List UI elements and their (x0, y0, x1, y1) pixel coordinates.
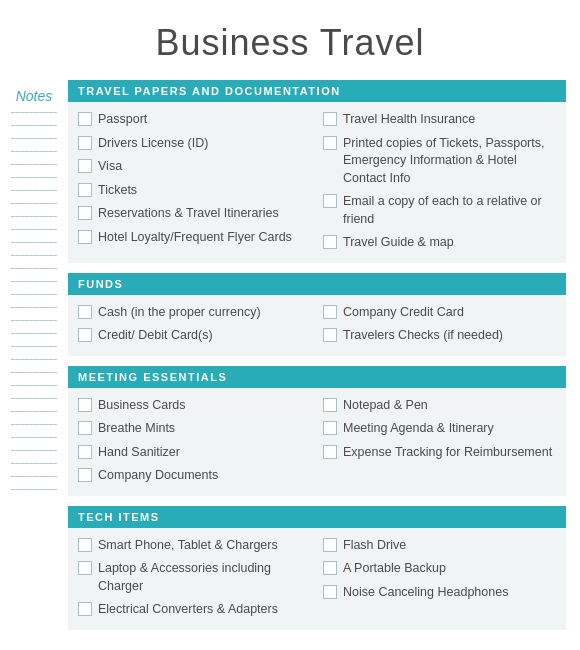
notes-line (11, 424, 57, 425)
item-text: Company Documents (98, 467, 218, 485)
checkbox[interactable] (323, 194, 337, 208)
item-text: Tickets (98, 182, 137, 200)
left-col-tech-items: Smart Phone, Tablet & ChargersLaptop & A… (74, 534, 315, 622)
checkbox[interactable] (323, 112, 337, 126)
checklist-item: Visa (74, 155, 315, 179)
item-text: Smart Phone, Tablet & Chargers (98, 537, 278, 555)
checkbox[interactable] (323, 561, 337, 575)
notes-line (11, 385, 57, 386)
item-text: Travel Guide & map (343, 234, 454, 252)
left-col-meeting-essentials: Business CardsBreathe MintsHand Sanitize… (74, 394, 315, 488)
item-text: Noise Canceling Headphones (343, 584, 508, 602)
notes-label: Notes (16, 88, 53, 104)
section-header-travel-papers: TRAVEL PAPERS AND DOCUMENTATION (68, 80, 566, 102)
checkbox[interactable] (78, 538, 92, 552)
checklist-item: Noise Canceling Headphones (319, 581, 560, 605)
notes-line (11, 229, 57, 230)
checklist-item: Passport (74, 108, 315, 132)
notes-lines (11, 112, 57, 490)
notes-line (11, 398, 57, 399)
checklist-item: Travelers Checks (if needed) (319, 324, 560, 348)
checklist-item: Breathe Mints (74, 417, 315, 441)
item-text: Laptop & Accessories including Charger (98, 560, 311, 595)
checkbox[interactable] (323, 445, 337, 459)
checkbox[interactable] (78, 112, 92, 126)
section-header-meeting-essentials: MEETING ESSENTIALS (68, 366, 566, 388)
checkbox[interactable] (78, 230, 92, 244)
checkbox[interactable] (78, 398, 92, 412)
checkbox[interactable] (323, 328, 337, 342)
item-text: Business Cards (98, 397, 186, 415)
checkbox[interactable] (78, 206, 92, 220)
item-text: Reservations & Travel Itineraries (98, 205, 279, 223)
right-col-tech-items: Flash DriveA Portable BackupNoise Cancel… (319, 534, 560, 622)
notes-line (11, 138, 57, 139)
checkbox[interactable] (323, 585, 337, 599)
checklist-item: A Portable Backup (319, 557, 560, 581)
checkbox[interactable] (78, 305, 92, 319)
checkbox[interactable] (78, 136, 92, 150)
section-meeting-essentials: MEETING ESSENTIALSBusiness CardsBreathe … (68, 366, 566, 496)
right-col-meeting-essentials: Notepad & PenMeeting Agenda & ItineraryE… (319, 394, 560, 488)
checkbox[interactable] (323, 538, 337, 552)
notes-line (11, 164, 57, 165)
checklist-item: Travel Guide & map (319, 231, 560, 255)
item-text: Hand Sanitizer (98, 444, 180, 462)
checklist-item: Tickets (74, 179, 315, 203)
notes-line (11, 411, 57, 412)
notes-line (11, 320, 57, 321)
item-text: Hotel Loyalty/Frequent Flyer Cards (98, 229, 292, 247)
checkbox[interactable] (78, 183, 92, 197)
checklist-item: Business Cards (74, 394, 315, 418)
checkbox[interactable] (323, 305, 337, 319)
notes-line (11, 190, 57, 191)
item-text: Electrical Converters & Adapters (98, 601, 278, 619)
checkbox[interactable] (78, 445, 92, 459)
item-text: Meeting Agenda & Itinerary (343, 420, 494, 438)
notes-line (11, 437, 57, 438)
section-travel-papers: TRAVEL PAPERS AND DOCUMENTATIONPassportD… (68, 80, 566, 263)
checkbox[interactable] (323, 398, 337, 412)
left-col-travel-papers: PassportDrivers License (ID)VisaTicketsR… (74, 108, 315, 255)
checkbox[interactable] (323, 235, 337, 249)
item-text: Company Credit Card (343, 304, 464, 322)
checkbox[interactable] (323, 421, 337, 435)
notes-line (11, 216, 57, 217)
checklist-item: Meeting Agenda & Itinerary (319, 417, 560, 441)
checklist-area: TRAVEL PAPERS AND DOCUMENTATIONPassportD… (68, 80, 580, 640)
checkbox[interactable] (78, 468, 92, 482)
item-text: Cash (in the proper currency) (98, 304, 261, 322)
checklist-item: Cash (in the proper currency) (74, 301, 315, 325)
checklist-item: Company Credit Card (319, 301, 560, 325)
notes-line (11, 476, 57, 477)
checklist-item: Email a copy of each to a relative or fr… (319, 190, 560, 231)
checklist-item: Reservations & Travel Itineraries (74, 202, 315, 226)
item-text: Credit/ Debit Card(s) (98, 327, 213, 345)
right-col-travel-papers: Travel Health InsurancePrinted copies of… (319, 108, 560, 255)
checklist-item: Drivers License (ID) (74, 132, 315, 156)
section-header-funds: FUNDS (68, 273, 566, 295)
checklist-item: Smart Phone, Tablet & Chargers (74, 534, 315, 558)
checkbox[interactable] (78, 159, 92, 173)
checklist-item: Printed copies of Tickets, Passports, Em… (319, 132, 560, 191)
section-header-tech-items: TECH ITEMS (68, 506, 566, 528)
notes-line (11, 177, 57, 178)
checkbox[interactable] (78, 421, 92, 435)
item-text: Travelers Checks (if needed) (343, 327, 503, 345)
item-text: Flash Drive (343, 537, 406, 555)
checkbox[interactable] (78, 561, 92, 575)
section-funds: FUNDSCash (in the proper currency)Credit… (68, 273, 566, 356)
checklist-item: Electrical Converters & Adapters (74, 598, 315, 622)
checkbox[interactable] (323, 136, 337, 150)
checklist-item: Credit/ Debit Card(s) (74, 324, 315, 348)
left-col-funds: Cash (in the proper currency)Credit/ Deb… (74, 301, 315, 348)
notes-sidebar: Notes (0, 80, 68, 640)
notes-line (11, 242, 57, 243)
checklist-item: Hotel Loyalty/Frequent Flyer Cards (74, 226, 315, 250)
checkbox[interactable] (78, 602, 92, 616)
section-body-travel-papers: PassportDrivers License (ID)VisaTicketsR… (68, 102, 566, 263)
checkbox[interactable] (78, 328, 92, 342)
checklist-item: Flash Drive (319, 534, 560, 558)
notes-line (11, 307, 57, 308)
checklist-item: Laptop & Accessories including Charger (74, 557, 315, 598)
